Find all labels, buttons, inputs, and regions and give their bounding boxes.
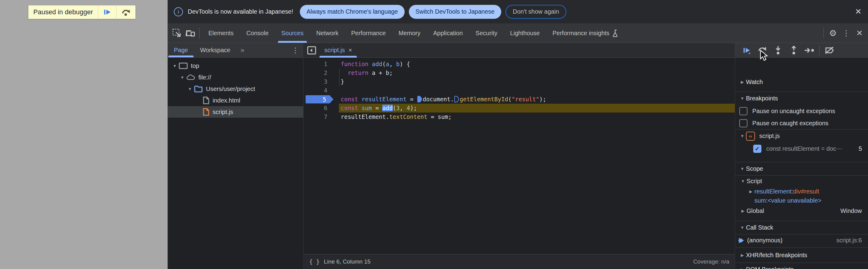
token-num: 3 [396,105,400,111]
token-pln: = sum; [427,113,452,120]
line-number-gutter[interactable]: 1 [304,60,339,69]
step-out-button[interactable] [786,44,802,57]
line-number-gutter[interactable]: 3 [304,77,339,86]
collapsed-arrow-icon: ▶ [739,80,746,84]
scope-var-resultelement[interactable]: ▶ resultElement : div#result [735,187,868,196]
coverage-status: Coverage: n/a [693,259,729,265]
expanded-arrow-icon: ▼ [739,179,747,184]
tab-console[interactable]: Console [240,23,275,43]
infobar-close-icon[interactable]: ✕ [852,0,864,23]
navigator-kebab-icon[interactable]: ⋮ [292,46,299,55]
line-number-gutter[interactable]: 7 [304,112,339,121]
tab-elements[interactable]: Elements [202,23,240,43]
call-stack-frame-row[interactable]: (anonymous) script.js:6 [735,234,868,246]
hide-navigator-icon[interactable] [304,43,319,57]
token-pln [341,70,348,76]
switch-devtools-japanese-button[interactable]: Switch DevTools to Japanese [409,5,501,19]
tree-item-script-js[interactable]: script.js [168,106,303,118]
code-text: resultElement.textContent = sum; [339,112,735,121]
navigator-tab-workspace[interactable]: Workspace [194,43,237,57]
editor-status-bar: { } Line 6, Column 15 Coverage: n/a [304,254,735,269]
experiment-flask-icon [612,29,619,37]
more-options-kebab-icon[interactable]: ⋮ [840,26,853,40]
scope-var-name: resultElement [754,188,792,195]
section-dom-breakpoints[interactable]: ▶ DOM Breakpoints [735,263,868,269]
tab-application[interactable]: Application [427,23,469,43]
tab-performance-insights[interactable]: Performance insights [546,23,625,43]
scope-global-row[interactable]: ▶ Global Window [735,205,868,217]
settings-gear-icon[interactable]: ⚙ [826,26,840,40]
breakpoint-entry-row[interactable]: ✓ const resultElement = doc⋯ 5 [735,142,868,155]
token-pln: resultElement. [341,113,389,120]
breakpoint-file-group[interactable]: ▼ ‹› script.js [735,129,868,142]
section-dom-title: DOM Breakpoints [746,266,794,269]
editor-tab-close-icon[interactable]: × [349,47,352,54]
pause-caught-checkbox[interactable] [739,119,747,127]
pretty-print-icon[interactable]: { } [309,259,319,265]
inspect-element-icon[interactable] [170,26,184,40]
toolbar-separator [199,28,199,38]
collapsed-arrow-icon: ▶ [739,209,747,213]
tree-item-origin[interactable]: ▼ file:// [168,72,303,83]
devtools-close-icon[interactable]: ✕ [853,26,866,40]
tab-lighthouse[interactable]: Lighthouse [504,23,546,43]
tree-item-index-html[interactable]: index.html [168,95,303,106]
section-xhr-breakpoints[interactable]: ▶ XHR/fetch Breakpoints [735,247,868,263]
tab-memory[interactable]: Memory [392,23,427,43]
token-pln: ); [539,96,546,103]
section-breakpoints[interactable]: ▼ Breakpoints [735,91,868,105]
section-watch-title: Watch [746,79,763,85]
token-def: resultElement [362,96,407,103]
step-button[interactable] [802,44,817,57]
infobar-message: DevTools is now available in Japanese! [188,8,293,15]
section-breakpoints-title: Breakpoints [746,95,778,102]
expand-arrow-icon[interactable]: ▼ [172,64,178,68]
tree-item-top[interactable]: ▼ top [168,60,303,72]
tree-item-label: index.html [213,97,240,104]
line-number-gutter[interactable]: 5 [304,95,339,104]
expand-arrow-icon[interactable]: ▼ [187,87,193,91]
code-text: } [339,77,735,86]
tree-item-folder[interactable]: ▼ Users/user/project [168,83,303,95]
call-stack-frame-name: (anonymous) [747,237,783,244]
token-pln: ); [410,105,417,111]
scope-global-value: Window [840,208,868,214]
tab-performance[interactable]: Performance [345,23,393,43]
always-match-language-button[interactable]: Always match Chrome's language [300,5,405,19]
inline-breakpoint-marker-inactive[interactable] [454,96,459,103]
pause-uncaught-checkbox[interactable] [739,107,747,115]
editor-tab-script-js[interactable]: script.js × [319,43,357,57]
section-call-stack[interactable]: ▼ Call Stack [735,221,868,234]
token-fn: getElementById [460,96,508,103]
navigator-tab-page[interactable]: Page [168,43,194,57]
toggle-device-toolbar-icon[interactable] [184,26,197,40]
tab-network[interactable]: Network [310,23,345,43]
inline-breakpoint-marker-active[interactable] [417,96,422,103]
breakpoint-entry-checkbox[interactable]: ✓ [753,145,762,153]
breakpoint-badge[interactable]: 5 [306,95,334,103]
tab-security[interactable]: Security [469,23,504,43]
resume-script-execution-button[interactable] [739,44,754,57]
token-def: sum [362,105,372,111]
breakpoint-entry-text: const resultElement = doc⋯ [766,145,842,152]
dont-show-again-button[interactable]: Don't show again [505,5,566,19]
expand-arrow-icon[interactable]: ▼ [179,75,186,80]
resume-script-button[interactable] [98,5,117,19]
more-tabs-chevron-icon[interactable]: » [236,46,248,54]
scope-script-row[interactable]: ▼ Script [735,175,868,187]
scope-var-sum[interactable]: sum : <value unavailable> [735,196,868,205]
tree-item-label: Users/user/project [206,85,255,92]
deactivate-breakpoints-button[interactable] [822,44,837,57]
step-over-banner-button[interactable] [117,5,135,19]
section-call-stack-title: Call Stack [746,224,773,231]
token-str: "result" [512,96,539,103]
section-scope[interactable]: ▼ Scope [735,162,868,175]
line-number-gutter[interactable]: 2 [304,69,339,77]
step-into-button[interactable] [770,44,786,57]
line-number-gutter[interactable]: 6 [304,104,339,112]
tab-sources[interactable]: Sources [275,23,310,43]
line-number-gutter[interactable]: 4 [304,86,339,95]
section-watch[interactable]: ▶ Watch [735,72,868,91]
pause-uncaught-label: Pause on uncaught exceptions [752,108,835,115]
cloud-icon [186,74,195,81]
